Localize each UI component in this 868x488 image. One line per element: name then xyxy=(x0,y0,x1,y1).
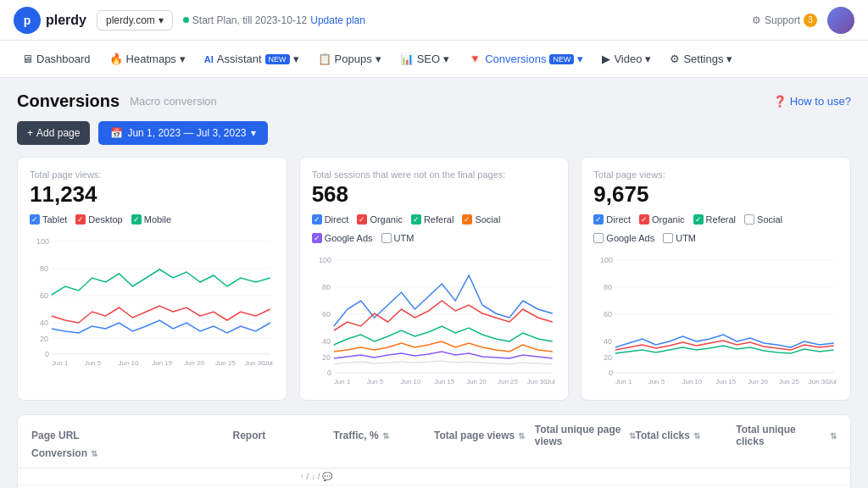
legend3-google-ads-label: Google Ads xyxy=(606,233,654,243)
nav-label-dashboard: Dashboard xyxy=(36,53,91,65)
plus-icon: + xyxy=(27,127,33,139)
legend-desktop-label: Desktop xyxy=(88,214,122,225)
legend3-check-utm xyxy=(663,233,673,243)
svg-text:Jul 1: Jul 1 xyxy=(264,359,275,367)
legend-organic[interactable]: Organic xyxy=(357,214,403,225)
nav-label-seo: SEO xyxy=(417,53,440,65)
svg-text:Jun 25: Jun 25 xyxy=(215,359,236,367)
svg-text:Jun 30: Jun 30 xyxy=(809,378,829,385)
main-nav: 🖥 Dashboard 🔥 Heatmaps ▾ AI Assistant NE… xyxy=(0,41,868,78)
sort-icon-clicks: ⇅ xyxy=(693,431,700,441)
nav-item-assistant[interactable]: AI Assistant NEW ▾ xyxy=(196,47,308,70)
legend-mobile[interactable]: Mobile xyxy=(131,214,171,225)
chart2-legend: Direct Organic Referal Social Google Ads xyxy=(312,214,557,243)
th-unique-views: Total unique page views ⇅ xyxy=(535,424,636,447)
legend-google-ads[interactable]: Google Ads xyxy=(312,233,373,243)
user-avatar[interactable] xyxy=(827,7,854,34)
popups-icon: 📋 xyxy=(318,53,331,65)
support-label: Support xyxy=(765,14,800,26)
support-button[interactable]: ⚙ Support 3 xyxy=(752,14,817,27)
how-to-use-label: How to use? xyxy=(790,95,851,108)
page-title: Conversions xyxy=(17,92,120,111)
svg-text:Jul 1: Jul 1 xyxy=(546,378,556,385)
dashboard-icon: 🖥 xyxy=(22,53,33,65)
status-dot xyxy=(183,17,189,23)
svg-text:Jun 1: Jun 1 xyxy=(615,378,632,385)
add-page-label: Add page xyxy=(36,127,80,139)
chevron-down-icon: ▾ xyxy=(726,53,732,65)
th-page-views: Total page views ⇅ xyxy=(434,430,535,441)
date-range-picker[interactable]: 📅 Jun 1, 2023 — Jul 3, 2023 ▾ xyxy=(98,121,267,145)
legend3-organic[interactable]: Organic xyxy=(639,214,685,225)
legend3-direct-label: Direct xyxy=(606,214,631,225)
chart1-svg: 100 80 60 40 20 0 Jun 1 xyxy=(30,231,275,367)
legend-desktop[interactable]: Desktop xyxy=(75,214,122,225)
add-page-button[interactable]: + Add page xyxy=(17,121,90,145)
svg-text:Jun 15: Jun 15 xyxy=(434,378,454,385)
legend3-referal-label: Referal xyxy=(706,214,736,225)
nav-item-video[interactable]: ▶ Video ▾ xyxy=(593,47,659,70)
th-report-label: Report xyxy=(233,430,266,441)
nav-item-conversions[interactable]: 🔻 Conversions NEW ▾ xyxy=(459,47,592,70)
svg-text:Jun 1: Jun 1 xyxy=(52,359,69,367)
svg-text:60: 60 xyxy=(604,310,612,319)
th-page-views-label: Total page views xyxy=(434,430,515,441)
legend3-referal[interactable]: Referal xyxy=(693,214,736,225)
calendar-icon: 📅 xyxy=(110,127,123,139)
legend3-google-ads[interactable]: Google Ads xyxy=(593,233,654,243)
legend-social[interactable]: Social xyxy=(462,214,500,225)
legend3-utm[interactable]: UTM xyxy=(663,233,696,243)
legend3-social[interactable]: Social xyxy=(744,214,782,225)
chart-card-1: Total page views: 11,234 Tablet Desktop … xyxy=(17,157,287,401)
legend3-social-label: Social xyxy=(757,214,782,225)
chart2-svg: 100 80 60 40 20 0 xyxy=(312,250,557,385)
nav-item-settings[interactable]: ⚙ Settings ▾ xyxy=(661,47,741,70)
legend-utm[interactable]: UTM xyxy=(381,233,415,243)
new-badge: NEW xyxy=(265,54,290,64)
heatmaps-icon: 🔥 xyxy=(109,53,123,65)
logo-text: plerdy xyxy=(46,13,86,28)
seo-icon: 📊 xyxy=(400,53,414,65)
nav-item-heatmaps[interactable]: 🔥 Heatmaps ▾ xyxy=(101,47,194,70)
legend-direct[interactable]: Direct xyxy=(312,214,349,225)
svg-text:0: 0 xyxy=(45,350,49,358)
svg-text:Jun 30: Jun 30 xyxy=(526,378,547,385)
page-content: Conversions Macro conversion ❓ How to us… xyxy=(0,78,868,488)
nav-label-heatmaps: Heatmaps xyxy=(126,53,176,65)
th-unique-clicks: Total unique clicks ⇅ xyxy=(736,424,837,447)
legend-check-referal xyxy=(411,214,421,225)
support-count: 3 xyxy=(804,14,817,27)
sort-icon-unique-views: ⇅ xyxy=(629,431,636,441)
video-icon: ▶ xyxy=(602,53,610,65)
svg-text:20: 20 xyxy=(604,353,612,362)
gear-icon: ⚙ xyxy=(752,14,761,26)
th-report: Report xyxy=(233,430,334,441)
legend-organic-label: Organic xyxy=(370,214,403,225)
svg-text:Jun 10: Jun 10 xyxy=(682,378,703,385)
nav-item-dashboard[interactable]: 🖥 Dashboard xyxy=(14,47,99,70)
update-plan-link[interactable]: Update plan xyxy=(310,14,365,26)
table-header: Page URL Report Traffic, % ⇅ Total page … xyxy=(18,415,850,469)
legend-tablet[interactable]: Tablet xyxy=(30,214,67,225)
legend-check-google-ads xyxy=(312,233,322,243)
nav-item-seo[interactable]: 📊 SEO ▾ xyxy=(392,47,458,70)
svg-text:Jun 10: Jun 10 xyxy=(400,378,420,385)
topbar-right: ⚙ Support 3 xyxy=(752,7,854,34)
svg-text:Jun 15: Jun 15 xyxy=(716,378,737,385)
site-selector[interactable]: plerdy.com ▾ xyxy=(97,10,173,30)
plan-badge: Start Plan, till 2023-10-12 Update plan xyxy=(183,14,365,26)
how-to-use-link[interactable]: ❓ How to use? xyxy=(773,95,851,108)
chevron-down-icon: ▾ xyxy=(645,53,651,65)
svg-text:80: 80 xyxy=(604,283,612,291)
svg-text:Jun 10: Jun 10 xyxy=(119,359,139,367)
sort-icon-conversion: ⇅ xyxy=(91,449,97,458)
conversions-icon: 🔻 xyxy=(468,53,481,65)
legend-tablet-label: Tablet xyxy=(42,214,67,225)
sort-icon-page-views: ⇅ xyxy=(518,431,525,441)
page-title-area: Conversions Macro conversion xyxy=(17,92,217,111)
nav-item-popups[interactable]: 📋 Popups ▾ xyxy=(309,47,390,70)
legend3-direct[interactable]: Direct xyxy=(593,214,631,225)
svg-text:Jun 20: Jun 20 xyxy=(184,359,204,367)
legend-referal[interactable]: Referal xyxy=(411,214,453,225)
legend3-check-organic xyxy=(639,214,649,225)
